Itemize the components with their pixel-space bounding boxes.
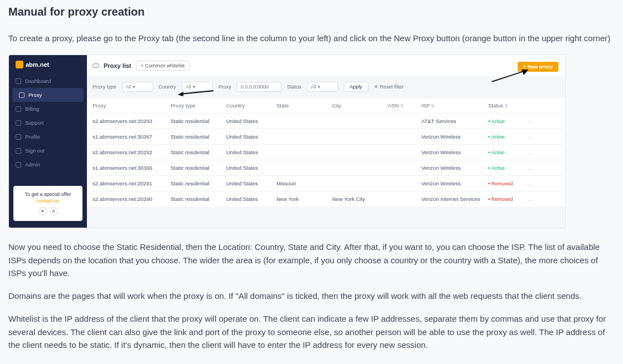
table-row: s1.abmservers.net:30366Static residentia… <box>87 160 565 175</box>
proxy-list-title: Proxy list <box>104 62 132 69</box>
brand-logo: abm.net <box>9 55 87 74</box>
sidebar-item-profile[interactable]: Profile <box>9 130 87 144</box>
shield-icon <box>16 61 23 68</box>
apply-button[interactable]: Apply <box>344 82 369 92</box>
sidebar-label: Admin <box>25 161 40 168</box>
sidebar-label: Dashboard <box>25 78 51 84</box>
sidebar-item-support[interactable]: Support <box>9 116 87 130</box>
table-row: s2.abmservers.net:20290Static residentia… <box>87 191 565 206</box>
cell-status: Active <box>488 165 527 171</box>
sidebar-item-dashboard[interactable]: Dashboard <box>9 74 87 88</box>
body-paragraph-3: Domains are the pages that will work whe… <box>8 289 615 302</box>
cell-status: Active <box>488 118 527 124</box>
promo-link[interactable]: contact us <box>17 198 79 204</box>
cell-state: Missouri <box>276 180 332 186</box>
row-actions-menu[interactable]: … <box>527 134 544 140</box>
app-sidebar: abm.net Dashboard Proxy Billing Support … <box>9 55 87 228</box>
cell-proxy-type: Static residential <box>171 134 226 140</box>
proxy-type-select[interactable]: All ▾ <box>122 82 153 92</box>
cell-proxy-type: Static residential <box>171 180 226 186</box>
proxy-icon <box>19 92 25 98</box>
th-proxy: Proxy <box>93 102 171 109</box>
row-actions-menu[interactable]: … <box>527 165 544 171</box>
th-state: State <box>276 102 332 109</box>
reset-filter-link[interactable]: ✕ Reset filter <box>374 84 404 90</box>
billing-icon <box>16 106 21 112</box>
body-paragraph-5: Click on Add Your IP and then on Create … <box>8 361 615 364</box>
table-header: Proxy Proxy type Country State City ASN⇅… <box>87 97 565 113</box>
page-title: Manual for proxy creation <box>8 6 615 18</box>
body-paragraph-2: Now you need to choose the Static Reside… <box>8 240 615 279</box>
telegram-icon[interactable]: ✈ <box>38 207 47 215</box>
cell-proxy-type: Static residential <box>171 196 226 202</box>
admin-icon <box>16 162 21 168</box>
cell-isp: Verizon Wireless <box>421 149 488 155</box>
sort-icon: ⇅ <box>504 104 508 109</box>
cell-proxy-type: Static residential <box>171 165 226 171</box>
table-row: s2.abmservers.net:20292Static residentia… <box>87 144 565 160</box>
country-select[interactable]: All ▾ <box>182 82 213 92</box>
common-whitelist-button[interactable]: + Common whitelist <box>136 61 190 71</box>
sidebar-item-billing[interactable]: Billing <box>9 102 87 116</box>
status-select[interactable]: All ▾ <box>307 82 338 92</box>
th-status[interactable]: Status⇅ <box>488 102 527 109</box>
cell-country: United States <box>226 165 276 171</box>
dashboard-icon <box>16 78 21 84</box>
body-paragraph-4: Whitelist is the IP address of the clien… <box>8 312 615 351</box>
cell-city: New York City <box>332 196 388 202</box>
skype-icon[interactable]: S <box>50 207 58 215</box>
profile-icon <box>16 134 21 140</box>
cell-proxy: s1.abmservers.net:30367 <box>93 134 171 140</box>
filter-bar: Proxy type All ▾ Country All ▾ Proxy Sta… <box>87 76 565 97</box>
proxy-table: Proxy Proxy type Country State City ASN⇅… <box>87 97 565 206</box>
cell-country: United States <box>226 180 276 186</box>
th-country: Country <box>226 102 276 109</box>
row-actions-menu[interactable]: … <box>527 180 544 186</box>
cell-proxy: s1.abmservers.net:30366 <box>93 165 171 171</box>
cell-isp: Verizon Wireless <box>421 165 488 171</box>
cell-proxy: s2.abmservers.net:20291 <box>93 180 171 186</box>
cell-country: United States <box>226 196 276 202</box>
new-proxy-button[interactable]: + New proxy <box>518 62 558 72</box>
filter-label-proxy-type: Proxy type <box>93 84 116 90</box>
row-actions-menu[interactable]: … <box>527 118 544 124</box>
row-actions-menu[interactable]: … <box>527 196 544 202</box>
cell-isp: AT&T Services <box>421 118 488 124</box>
cell-status: Active <box>488 134 527 140</box>
cell-proxy-type: Static residential <box>171 149 226 155</box>
sort-icon: ⇅ <box>400 104 404 109</box>
cloud-icon <box>93 63 99 68</box>
row-actions-menu[interactable]: … <box>527 149 544 155</box>
cell-isp: Verizon Wireless <box>421 180 488 186</box>
sidebar-item-signout[interactable]: Sign out <box>9 144 87 158</box>
toolbar-left: Proxy list + Common whitelist <box>93 61 189 71</box>
table-row: s2.abmservers.net:20293Static residentia… <box>87 113 565 129</box>
promo-box: To get a special offer contact us ✈ S <box>13 186 82 221</box>
th-asn[interactable]: ASN⇅ <box>388 102 421 109</box>
cell-isp: Verizon Wireless <box>421 134 488 140</box>
cell-state: New York <box>276 196 332 202</box>
toolbar: Proxy list + Common whitelist <box>87 55 565 76</box>
cell-status: Active <box>488 149 527 155</box>
sidebar-label: Support <box>25 120 43 126</box>
table-row: s1.abmservers.net:30367Static residentia… <box>87 129 565 144</box>
cell-country: United States <box>226 118 276 124</box>
sidebar-label: Billing <box>25 106 39 112</box>
th-isp[interactable]: ISP⇅ <box>421 102 488 109</box>
th-city: City <box>332 102 388 109</box>
cell-isp: Verizon Internet Services <box>421 196 488 202</box>
sidebar-item-proxy[interactable]: Proxy <box>12 88 84 102</box>
th-proxy-type: Proxy type <box>171 102 226 109</box>
table-row: s2.abmservers.net:20291Static residentia… <box>87 175 565 191</box>
sidebar-item-admin[interactable]: Admin <box>9 158 87 171</box>
cell-proxy: s2.abmservers.net:20292 <box>93 149 171 155</box>
sort-icon: ⇅ <box>431 104 435 109</box>
sidebar-label: Sign out <box>25 147 45 154</box>
filter-label-status: Status <box>287 84 301 90</box>
cell-country: United States <box>226 149 276 155</box>
support-icon <box>16 120 21 126</box>
cell-status: Removed <box>488 180 527 186</box>
sidebar-label: Proxy <box>28 92 42 98</box>
proxy-input[interactable] <box>237 82 281 92</box>
promo-text: To get a special offer <box>17 191 79 197</box>
